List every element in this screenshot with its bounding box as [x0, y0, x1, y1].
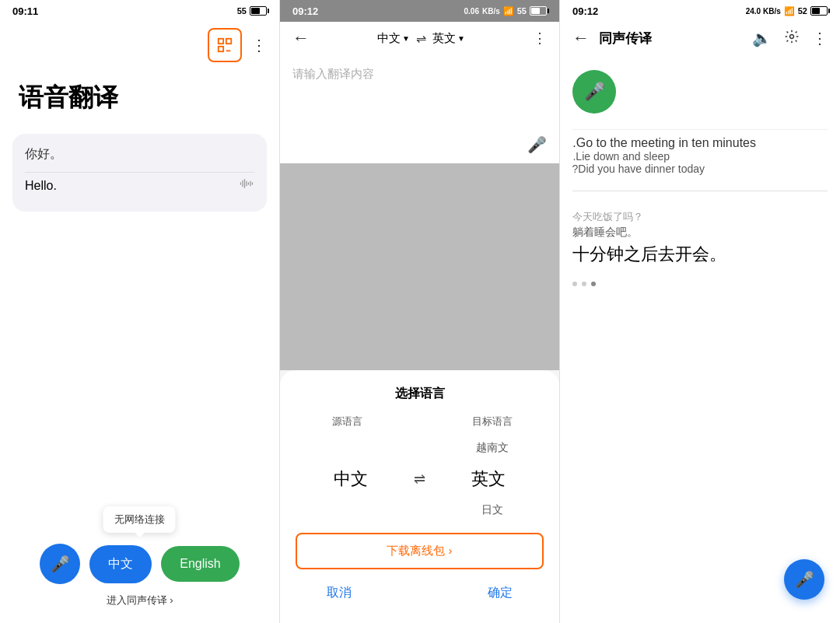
back-button-3[interactable]: ← [572, 28, 590, 48]
more-options-icon[interactable]: ⋮ [251, 36, 267, 54]
input-placeholder: 请输入翻译内容 [292, 67, 374, 80]
status-bar-3: 09:12 24.0 KB/s 📶 52 [560, 0, 840, 22]
battery-text-2: 55 [517, 6, 527, 16]
svg-rect-0 [219, 39, 223, 44]
cn-lang-button[interactable]: 中文 [89, 545, 152, 583]
sheet-actions: 取消 确定 [296, 579, 544, 607]
cn-line-2: 躺着睡会吧。 [572, 226, 828, 240]
source-text: 你好。 [25, 146, 254, 163]
download-offline-button[interactable]: 下载离线包 › [296, 533, 544, 569]
network-tooltip: 无网络连接 [103, 506, 176, 533]
volume-icon[interactable]: 🔈 [752, 29, 772, 47]
more-options-icon-3[interactable]: ⋮ [812, 29, 828, 47]
mic-button-2[interactable]: 🎤 [527, 135, 547, 154]
dot-2 [582, 282, 586, 286]
english-line-2: Lie down and sleep. [572, 150, 828, 163]
translated-row: Hello. [25, 176, 254, 195]
cn-secondary-line: 今天吃饭了吗？ [572, 210, 828, 224]
english-line-1: Did you have dinner today? [572, 163, 828, 175]
target-lang-header: 目标语言 [446, 415, 539, 429]
status-bar-1: 09:11 55 [0, 0, 279, 22]
lang-row-main: 中文 ⇌ 英文 [296, 461, 544, 497]
english-block: Go to the meeting in ten minutes. Lie do… [572, 129, 828, 181]
p3-mic-container: 🎤 [560, 54, 840, 129]
fab-mic-button[interactable]: 🎤 [784, 559, 824, 600]
battery-icon-3 [810, 6, 828, 16]
audio-icon[interactable] [239, 176, 254, 195]
p2-nav: ← 中文 ▼ ⇌ 英文 ▼ ⋮ [280, 22, 559, 54]
chevron-down-icon-2: ▼ [457, 34, 465, 43]
lang-vietnamese[interactable]: 越南文 [446, 441, 539, 455]
dot-1 [572, 282, 577, 286]
battery-icon-2 [530, 6, 547, 16]
translated-text: Hello. [25, 179, 57, 193]
battery-text-1: 55 [237, 6, 247, 16]
simultaneous-link[interactable]: 进入同声传译 › [107, 593, 173, 607]
p3-nav: ← 同声传译 🔈 ⋮ [560, 22, 840, 54]
svg-point-10 [790, 35, 794, 39]
language-select-sheet: 选择语言 源语言 目标语言 越南文 中文 ⇌ 英文 日文 下载离线包 › [280, 370, 559, 623]
time-3: 09:12 [572, 5, 598, 17]
p3-content: Go to the meeting in ten minutes. Lie do… [560, 129, 840, 623]
gray-spacer [280, 163, 559, 370]
settings-icon[interactable] [784, 29, 800, 47]
source-lang-header: 源语言 [301, 415, 394, 429]
selected-target-lang[interactable]: 英文 [442, 467, 535, 491]
status-icons-2: 0.06 KB/s 📶 55 [464, 6, 547, 16]
panel-simultaneous: 09:12 24.0 KB/s 📶 52 ← 同声传译 🔈 ⋮ 🎤 [560, 0, 840, 623]
panel-translate-input: 09:12 0.06 KB/s 📶 55 ← 中文 ▼ ⇌ 英文 ▼ ⋮ [280, 0, 560, 623]
p1-header: ⋮ [0, 22, 279, 68]
progress-dots [572, 275, 828, 292]
panel-voice-translate: 09:11 55 ⋮ 语音翻译 你好。 [0, 0, 280, 623]
battery-icon-1 [250, 6, 267, 16]
cn-main-line: 十分钟之后去开会。 [572, 243, 828, 266]
lang-selector: 中文 ▼ ⇌ 英文 ▼ [322, 31, 520, 46]
lang-row-below: 日文 [296, 497, 544, 523]
time-1: 09:11 [12, 5, 38, 17]
p1-bottom-controls: 无网络连接 🎤 中文 English 进入同声传译 › [0, 528, 279, 623]
time-2: 09:12 [292, 5, 318, 17]
chevron-down-icon: ▼ [402, 34, 410, 43]
p3-nav-icons: 🔈 ⋮ [752, 29, 828, 47]
more-options-icon-2[interactable]: ⋮ [533, 30, 547, 47]
svg-rect-1 [226, 39, 231, 44]
sheet-swap-icon[interactable]: ⇌ [414, 471, 425, 488]
mic-button-3[interactable]: 🎤 [572, 70, 616, 114]
status-icons-1: 55 [237, 6, 267, 16]
lang-japanese[interactable]: 日文 [446, 503, 539, 517]
confirm-button[interactable]: 确定 [488, 585, 513, 601]
cancel-button[interactable]: 取消 [327, 585, 352, 601]
translation-card: 你好。 Hello. [12, 134, 267, 212]
page-title: 语音翻译 [0, 68, 279, 134]
data-usage: 0.06 [464, 7, 478, 16]
mic-button-1[interactable]: 🎤 [40, 544, 80, 584]
lang-row-above: 越南文 [296, 435, 544, 461]
p3-title: 同声传译 [599, 30, 743, 47]
translation-input-area[interactable]: 请输入翻译内容 🎤 [280, 54, 559, 163]
lang-column-headers: 源语言 目标语言 [296, 415, 544, 429]
english-main-line: Go to the meeting in ten minutes. [572, 136, 828, 150]
status-bar-2: 09:12 0.06 KB/s 📶 55 [280, 0, 559, 22]
target-lang-selector[interactable]: 英文 ▼ [432, 31, 465, 46]
sheet-title: 选择语言 [296, 386, 544, 402]
swap-languages-icon[interactable]: ⇌ [416, 31, 426, 46]
source-lang-selector[interactable]: 中文 ▼ [377, 31, 410, 46]
selected-source-lang[interactable]: 中文 [304, 467, 397, 491]
back-button-2[interactable]: ← [292, 28, 310, 48]
en-lang-button[interactable]: English [161, 546, 239, 582]
battery-text-3: 52 [798, 6, 807, 16]
chinese-block: 今天吃饭了吗？ 躺着睡会吧。 十分钟之后去开会。 [572, 201, 828, 275]
status-icons-3: 24.0 KB/s 📶 52 [746, 6, 828, 16]
p1-buttons-row: 无网络连接 🎤 中文 English [40, 544, 239, 584]
svg-rect-2 [219, 47, 223, 51]
dot-3 [591, 282, 596, 286]
scan-button[interactable] [208, 28, 242, 62]
